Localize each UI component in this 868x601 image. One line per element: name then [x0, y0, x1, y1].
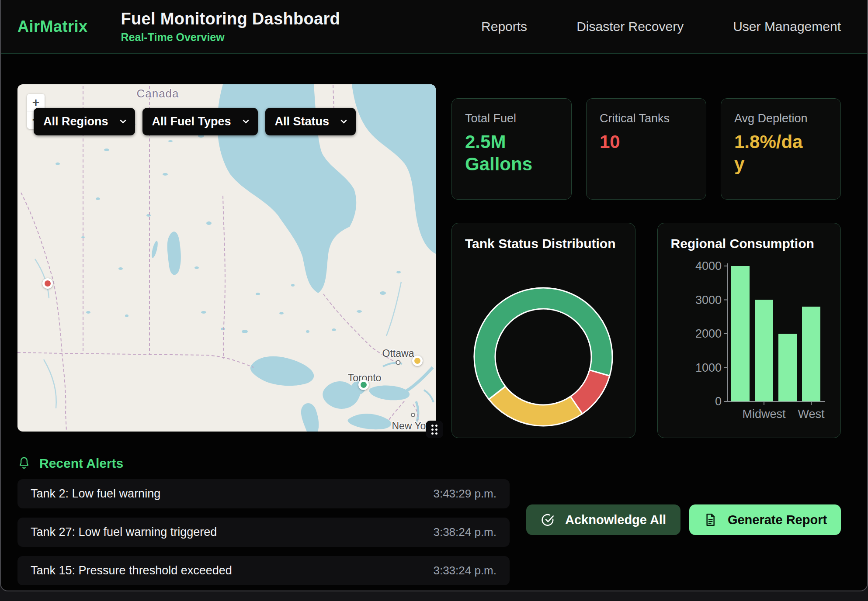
alert-row[interactable]: Tank 27: Low fuel warning triggered 3:38…: [17, 518, 510, 547]
map-resize-handle[interactable]: [426, 421, 443, 438]
map-marker-warning[interactable]: [412, 356, 423, 366]
alert-actions: Acknowledge All Generate Report: [526, 504, 841, 535]
newyork-city-dot: [411, 413, 415, 417]
alert-timestamp: 3:33:24 p.m.: [433, 564, 496, 577]
bar-2: [778, 334, 797, 401]
main-nav: Reports Disaster Recovery User Managemen…: [481, 19, 841, 34]
alerts-section: Recent Alerts Tank 2: Low fuel warning 3…: [1, 438, 867, 591]
alert-row[interactable]: Tank 2: Low fuel warning 3:43:29 p.m.: [17, 479, 510, 508]
stat-card-total-fuel: Total Fuel 2.5M Gallons: [451, 98, 572, 200]
page-subtitle: Real-Time Overview: [121, 31, 340, 44]
nav-reports[interactable]: Reports: [481, 19, 527, 34]
alert-message: Tank 27: Low fuel warning triggered: [31, 525, 217, 539]
map-label-canada: Canada: [136, 87, 179, 100]
tank-status-chart-card: Tank Status Distribution: [451, 223, 635, 438]
region-filter-label: All Regions: [43, 115, 108, 128]
check-circle-icon: [541, 513, 555, 527]
header: AirMatrix Fuel Monitoring Dashboard Real…: [1, 0, 867, 54]
alert-timestamp: 3:43:29 p.m.: [433, 487, 496, 501]
status-filter-label: All Status: [275, 115, 330, 128]
stat-value: 2.5M Gallons: [465, 131, 537, 175]
fuel-type-filter-label: All Fuel Types: [152, 115, 231, 128]
bell-icon: [17, 456, 31, 471]
acknowledge-all-label: Acknowledge All: [565, 513, 666, 527]
alerts-body: Tank 2: Low fuel warning 3:43:29 p.m. Ta…: [17, 479, 841, 591]
dashboard-window: AirMatrix Fuel Monitoring Dashboard Real…: [0, 0, 868, 591]
stat-value: 10: [600, 131, 672, 153]
chevron-down-icon: [340, 120, 347, 124]
region-filter-dropdown[interactable]: All Regions: [34, 108, 135, 135]
nav-user-management[interactable]: User Management: [733, 19, 841, 34]
y-tick-label: 2000: [695, 327, 721, 340]
charts-row: Tank Status Distribution Regional Consum…: [451, 223, 841, 438]
chevron-down-icon: [120, 120, 126, 124]
alert-timestamp: 3:38:24 p.m.: [433, 525, 496, 539]
map-viewport[interactable]: Canada Ottawa Toronto New York: [17, 84, 436, 432]
stat-card-avg-depletion: Avg Depletion 1.8%/day: [721, 98, 841, 200]
bar-0: [731, 266, 750, 401]
main-content: Canada Ottawa Toronto New York + − All R…: [1, 54, 867, 438]
donut-chart: [465, 257, 621, 428]
map-marker-normal[interactable]: [358, 380, 369, 390]
fuel-type-filter-dropdown[interactable]: All Fuel Types: [142, 108, 258, 135]
bar-3: [802, 307, 820, 401]
chevron-down-icon: [243, 120, 249, 124]
map-canvas[interactable]: Canada Ottawa Toronto New York: [17, 84, 436, 432]
page-title: Fuel Monitoring Dashboard: [121, 10, 340, 28]
y-tick-label: 0: [715, 395, 721, 408]
bar-1: [755, 300, 773, 402]
donut-segment-warning: [489, 387, 582, 426]
stat-label: Total Fuel: [465, 112, 558, 125]
stats-row: Total Fuel 2.5M Gallons Critical Tanks 1…: [451, 98, 841, 200]
generate-report-button[interactable]: Generate Report: [689, 504, 841, 535]
map-panel: Canada Ottawa Toronto New York + − All R…: [17, 84, 436, 432]
regional-consumption-chart-card: Regional Consumption 01000200030004000Mi…: [657, 223, 841, 438]
status-filter-dropdown[interactable]: All Status: [265, 108, 356, 135]
nav-disaster-recovery[interactable]: Disaster Recovery: [576, 19, 684, 34]
y-tick-label: 4000: [695, 259, 721, 273]
drag-dots-icon: [431, 425, 437, 435]
alert-row[interactable]: Tank 15: Pressure threshold exceeded 3:3…: [17, 556, 510, 585]
x-tick-label: West: [798, 408, 825, 421]
stat-value: 1.8%/day: [734, 131, 806, 175]
alert-list: Tank 2: Low fuel warning 3:43:29 p.m. Ta…: [17, 479, 510, 591]
right-panel: Total Fuel 2.5M Gallons Critical Tanks 1…: [451, 84, 841, 438]
alert-message: Tank 2: Low fuel warning: [31, 487, 160, 501]
ottawa-city-dot: [396, 361, 400, 365]
document-icon: [703, 513, 717, 527]
alert-message: Tank 15: Pressure threshold exceeded: [31, 564, 232, 577]
stat-label: Avg Depletion: [734, 112, 827, 125]
map-filter-bar: All Regions All Fuel Types All Status: [34, 108, 356, 135]
stat-card-critical-tanks: Critical Tanks 10: [586, 98, 706, 200]
stat-label: Critical Tanks: [600, 112, 693, 125]
acknowledge-all-button[interactable]: Acknowledge All: [526, 504, 681, 535]
app-logo[interactable]: AirMatrix: [17, 17, 88, 36]
x-tick-label: Midwest: [742, 408, 786, 421]
alerts-header: Recent Alerts: [17, 456, 841, 471]
bar-chart: 01000200030004000MidwestWest: [671, 257, 827, 425]
map-marker-critical[interactable]: [42, 278, 53, 289]
title-block: Fuel Monitoring Dashboard Real-Time Over…: [121, 10, 340, 44]
alerts-title: Recent Alerts: [39, 456, 123, 471]
map-label-ottawa: Ottawa: [382, 348, 414, 359]
generate-report-label: Generate Report: [728, 513, 827, 527]
y-tick-label: 3000: [695, 294, 721, 307]
chart-title: Regional Consumption: [671, 236, 828, 251]
y-tick-label: 1000: [695, 361, 721, 374]
chart-title: Tank Status Distribution: [465, 236, 622, 251]
